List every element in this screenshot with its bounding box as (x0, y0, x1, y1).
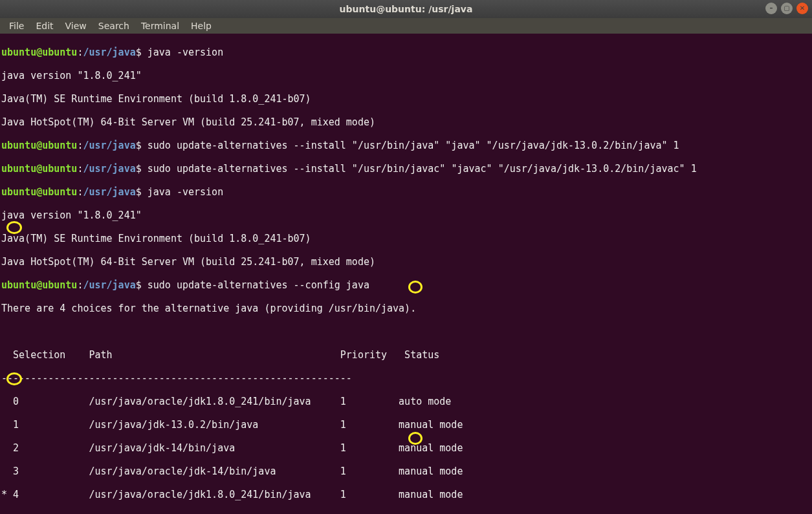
cmd-install-javac: sudo update-alternatives --install "/usr… (148, 163, 697, 175)
prompt-userhost: ubuntu@ubuntu (1, 140, 77, 151)
table-row: * 4 /usr/java/oracle/jdk1.8.0_241/bin/ja… (1, 489, 811, 500)
blank-line (1, 326, 811, 337)
table-row: 0 /usr/java/oracle/jdk1.8.0_241/bin/java… (1, 396, 811, 407)
window-controls: – ▢ ✕ (765, 3, 808, 14)
table-row: 3 /usr/java/oracle/jdk-14/bin/java 1 man… (1, 466, 811, 477)
menu-view[interactable]: View (60, 19, 92, 33)
output-line: There are 4 choices for the alternative … (1, 303, 811, 314)
window-titlebar: ubuntu@ubuntu: /usr/java – ▢ ✕ (0, 0, 812, 18)
minimize-button[interactable]: – (765, 3, 777, 14)
output-line: Java(TM) SE Runtime Environment (build 1… (1, 233, 811, 244)
close-button[interactable]: ✕ (796, 3, 808, 14)
maximize-button[interactable]: ▢ (781, 3, 793, 14)
output-line: Java HotSpot(TM) 64-Bit Server VM (build… (1, 256, 811, 268)
cmd-install-java: sudo update-alternatives --install "/usr… (148, 140, 679, 151)
output-line: java version "1.8.0_241" (1, 209, 811, 221)
table-rule: ----------------------------------------… (1, 372, 811, 384)
terminal-output[interactable]: ubuntu@ubuntu:/usr/java$ java -version j… (0, 34, 812, 514)
cmd-config-java: sudo update-alternatives --config java (148, 279, 369, 291)
output-line: Java HotSpot(TM) 64-Bit Server VM (build… (1, 116, 811, 128)
menu-bar: File Edit View Search Terminal Help (0, 18, 812, 34)
prompt-path: /usr/java (83, 47, 135, 58)
cmd-java-version: java -version (148, 47, 223, 58)
prompt-dollar: $ (136, 47, 148, 58)
menu-help[interactable]: Help (186, 19, 217, 33)
output-line: java version "1.8.0_241" (1, 70, 811, 81)
menu-terminal[interactable]: Terminal (136, 19, 184, 33)
menu-edit[interactable]: Edit (30, 19, 58, 33)
table-row: 2 /usr/java/jdk-14/bin/java 1 manual mod… (1, 442, 811, 454)
table-header: Selection Path Priority Status (1, 349, 811, 361)
prompt-userhost: ubuntu@ubuntu (1, 47, 77, 58)
output-line: Java(TM) SE Runtime Environment (build 1… (1, 93, 811, 105)
menu-file[interactable]: File (4, 19, 29, 33)
window-title: ubuntu@ubuntu: /usr/java (340, 3, 473, 15)
menu-search[interactable]: Search (93, 19, 135, 33)
cmd-java-version: java -version (148, 186, 223, 198)
table-row: 1 /usr/java/jdk-13.0.2/bin/java 1 manual… (1, 419, 811, 431)
